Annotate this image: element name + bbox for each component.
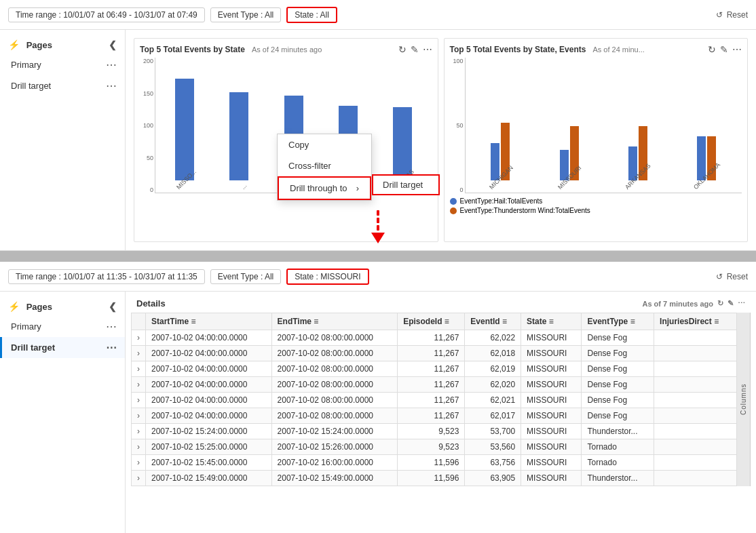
chart1-more-icon[interactable]: ⋯ [423, 44, 432, 55]
th-starttime[interactable]: StartTime ≡ [146, 313, 272, 330]
chart1-edit-icon[interactable]: ✎ [411, 44, 419, 55]
event-type-filter[interactable]: Event Type : All [210, 7, 282, 22]
chart2-more-icon[interactable]: ⋯ [732, 44, 742, 55]
bottom-panel: Time range : 10/01/07 at 11:35 - 10/31/0… [0, 262, 756, 533]
table-area: Details As of 7 minutes ago ↻ ✎ ⋯ StartT… [126, 292, 756, 533]
chart2-edit-icon[interactable]: ✎ [720, 44, 728, 55]
table-row[interactable]: › 2007-10-02 15:25:00.0000 2007-10-02 15… [132, 439, 737, 455]
bar-2[interactable] [229, 92, 248, 180]
context-menu-copy[interactable]: Copy [278, 134, 371, 155]
bottom-state-filter[interactable]: State : MISSOURI [286, 269, 368, 285]
th-eventtype[interactable]: EventType ≡ [582, 313, 654, 330]
cell-state-6: MISSOURI [521, 424, 582, 439]
chart1-meta: As of 24 minutes ago [252, 45, 322, 54]
cell-endtime-8: 2007-10-02 16:00:00.0000 [271, 455, 398, 471]
cell-injuries-2 [654, 361, 737, 377]
table-row[interactable]: › 2007-10-02 04:00:00.0000 2007-10-02 08… [132, 330, 737, 346]
dual-bar-group-1[interactable]: MICHIGAN [472, 123, 529, 193]
bottom-reset-button[interactable]: ↺ Reset [716, 272, 748, 281]
cell-expand-2[interactable]: › [132, 361, 146, 377]
pages-header: ⚡ Pages ❮ [0, 35, 125, 54]
sidebar-item-drill-label: Drill target [11, 81, 51, 91]
cell-starttime-9: 2007-10-02 15:49:00.0000 [146, 471, 272, 486]
table-scroll[interactable]: StartTime ≡ EndTime ≡ EpisodeId ≡ EventI… [131, 313, 737, 486]
cell-expand-5[interactable]: › [132, 408, 146, 424]
sidebar-item-primary[interactable]: Primary ⋯ [0, 54, 125, 75]
cell-state-8: MISSOURI [521, 455, 582, 471]
th-endtime[interactable]: EndTime ≡ [271, 313, 398, 330]
details-refresh-icon[interactable]: ↻ [717, 299, 723, 308]
th-episodeid[interactable]: EpisodeId ≡ [398, 313, 465, 330]
bar-1[interactable] [175, 79, 194, 180]
cell-episodeid-5: 11,267 [398, 408, 465, 424]
table-row[interactable]: › 2007-10-02 04:00:00.0000 2007-10-02 08… [132, 393, 737, 408]
bar-group-2[interactable]: ... [216, 92, 261, 193]
bottom-sidebar-primary-more[interactable]: ⋯ [106, 320, 117, 333]
drill-label: Drill through to [290, 183, 347, 193]
cell-expand-4[interactable]: › [132, 393, 146, 408]
cell-expand-0[interactable]: › [132, 330, 146, 346]
bottom-collapse-icon[interactable]: ❮ [109, 301, 117, 312]
cell-episodeid-2: 11,267 [398, 361, 465, 377]
th-injuriesdirect[interactable]: InjuriesDirect ≡ [654, 313, 737, 330]
sidebar-item-drill-more[interactable]: ⋯ [106, 79, 117, 92]
drill-submenu[interactable]: Drill target [372, 174, 440, 195]
dual-bar-group-4[interactable]: OKLAHOMA [679, 136, 735, 193]
chart2-title: Top 5 Total Events by State, Events [450, 45, 586, 54]
dash-1 [377, 210, 379, 216]
sidebar-item-primary-more[interactable]: ⋯ [106, 58, 117, 71]
dual-bar-group-2[interactable]: MISSOURI [541, 126, 597, 193]
table-row[interactable]: › 2007-10-02 04:00:00.0000 2007-10-02 08… [132, 346, 737, 361]
cell-expand-8[interactable]: › [132, 455, 146, 471]
cell-eventtype-7: Tornado [582, 439, 654, 455]
collapse-icon[interactable]: ❮ [109, 39, 117, 50]
bottom-sidebar-item-drill[interactable]: Drill target ⋯ [0, 337, 125, 358]
legend-label-1: EventType:Hail:TotalEvents [460, 197, 543, 205]
cell-eventtype-1: Dense Fog [582, 346, 654, 361]
cell-endtime-1: 2007-10-02 08:00:00.0000 [271, 346, 398, 361]
details-meta-text: As of 7 minutes ago [642, 300, 713, 308]
dual-bar-group-3[interactable]: ARKANSAS [609, 126, 666, 193]
bottom-event-type-filter[interactable]: Event Type : All [210, 269, 282, 284]
chart2-refresh-icon[interactable]: ↻ [708, 44, 716, 55]
table-body: › 2007-10-02 04:00:00.0000 2007-10-02 08… [132, 330, 737, 486]
table-row[interactable]: › 2007-10-02 04:00:00.0000 2007-10-02 08… [132, 361, 737, 377]
th-eventid[interactable]: EventId ≡ [465, 313, 521, 330]
details-more-icon[interactable]: ⋯ [738, 299, 745, 308]
table-row[interactable]: › 2007-10-02 15:49:00.0000 2007-10-02 15… [132, 471, 737, 486]
context-menu-crossfilter[interactable]: Cross-filter [278, 155, 371, 176]
bottom-time-range-filter[interactable]: Time range : 10/01/07 at 11:35 - 10/31/0… [8, 269, 205, 284]
cell-expand-3[interactable]: › [132, 377, 146, 393]
columns-panel[interactable]: Columns [737, 313, 751, 486]
cell-expand-9[interactable]: › [132, 471, 146, 486]
table-row[interactable]: › 2007-10-02 04:00:00.0000 2007-10-02 08… [132, 408, 737, 424]
context-menu-drill[interactable]: Drill through to › [278, 176, 371, 200]
cell-eventid-5: 62,017 [465, 408, 521, 424]
cell-state-5: MISSOURI [521, 408, 582, 424]
reset-button[interactable]: ↺ Reset [716, 10, 748, 20]
chart1-actions: ↻ ✎ ⋯ [398, 44, 432, 55]
sidebar-item-drill-target[interactable]: Drill target ⋯ [0, 75, 125, 96]
time-range-filter[interactable]: Time range : 10/01/07 at 06:49 - 10/31/0… [8, 7, 205, 22]
table-row[interactable]: › 2007-10-02 15:24:00.0000 2007-10-02 15… [132, 424, 737, 439]
cell-endtime-4: 2007-10-02 08:00:00.0000 [271, 393, 398, 408]
cell-endtime-3: 2007-10-02 08:00:00.0000 [271, 377, 398, 393]
table-row[interactable]: › 2007-10-02 04:00:00.0000 2007-10-02 08… [132, 377, 737, 393]
y2-label-100: 100 [450, 58, 464, 64]
chart1-refresh-icon[interactable]: ↻ [398, 44, 407, 55]
state-filter[interactable]: State : All [286, 7, 337, 23]
cell-expand-6[interactable]: › [132, 424, 146, 439]
cell-starttime-2: 2007-10-02 04:00:00.0000 [146, 361, 272, 377]
cell-expand-1[interactable]: › [132, 346, 146, 361]
th-state[interactable]: State ≡ [521, 313, 582, 330]
sort-eventid-icon: ≡ [502, 317, 507, 326]
cell-expand-7[interactable]: › [132, 439, 146, 455]
bar-group-1[interactable]: MISSO... [162, 79, 207, 193]
details-edit-icon[interactable]: ✎ [727, 299, 734, 308]
cell-eventid-8: 63,756 [465, 455, 521, 471]
table-row[interactable]: › 2007-10-02 15:45:00.0000 2007-10-02 16… [132, 455, 737, 471]
bottom-sidebar-drill-more[interactable]: ⋯ [106, 341, 117, 354]
sort-starttime-icon: ≡ [191, 317, 195, 326]
top-sidebar: ⚡ Pages ❮ Primary ⋯ Drill target ⋯ [0, 30, 126, 250]
bottom-sidebar-item-primary[interactable]: Primary ⋯ [0, 316, 125, 337]
